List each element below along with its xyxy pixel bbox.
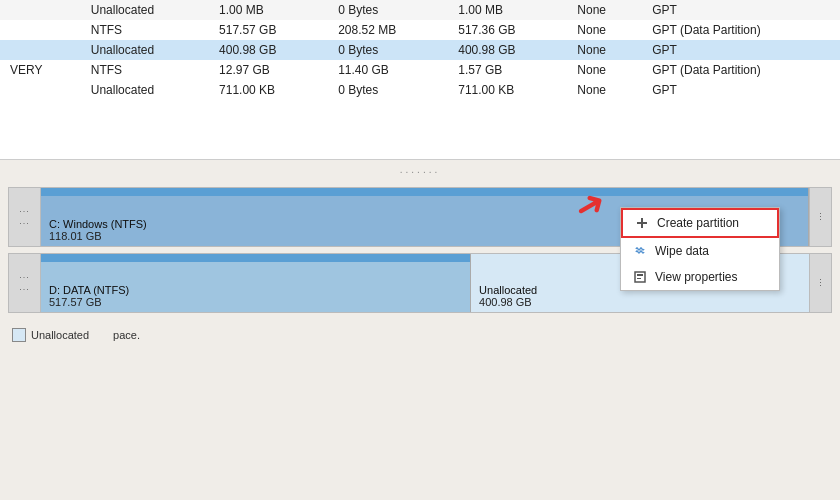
menu-label-2: View properties <box>655 270 738 284</box>
svg-rect-3 <box>637 274 643 276</box>
partition-d-bar <box>41 254 470 262</box>
context-menu-item-2[interactable]: View properties <box>621 264 779 290</box>
svg-rect-1 <box>637 222 647 224</box>
partition-unallocated-size: 400.98 GB <box>479 296 801 308</box>
handle-dots-right-2: ⋮ <box>816 278 826 288</box>
table-row[interactable]: VERYNTFS12.97 GB11.40 GB1.57 GBNoneGPT (… <box>0 60 840 80</box>
handle-dots-1b: ··· <box>19 218 30 228</box>
menu-icon-2 <box>633 270 647 284</box>
handle-dots-right-1: ⋮ <box>816 212 826 222</box>
menu-icon-0 <box>635 216 649 230</box>
handle-dots-2b: ··· <box>19 284 30 294</box>
svg-rect-2 <box>635 272 645 282</box>
context-menu: Create partitionWipe dataView properties <box>620 207 780 291</box>
disk-handle-right-2[interactable]: ⋮ <box>809 254 831 312</box>
context-menu-item-1[interactable]: Wipe data <box>621 238 779 264</box>
partition-c-bar <box>41 188 808 196</box>
partition-d[interactable]: D: DATA (NTFS) 517.57 GB <box>41 254 471 312</box>
menu-label-0: Create partition <box>657 216 739 230</box>
handle-dots-1: ··· <box>19 206 30 216</box>
table-row[interactable]: NTFS517.57 GB208.52 MB517.36 GBNoneGPT (… <box>0 20 840 40</box>
partition-d-label: D: DATA (NTFS) <box>49 284 462 296</box>
disk-visual-area: ··· ··· C: Windows (NTFS) 118.01 GB ⋮ ··… <box>0 179 840 321</box>
table-row[interactable]: Unallocated711.00 KB0 Bytes711.00 KBNone… <box>0 80 840 100</box>
footer-space-text: pace. <box>105 327 148 343</box>
partition-table: Unallocated1.00 MB0 Bytes1.00 MBNoneGPTN… <box>0 0 840 160</box>
table-row[interactable]: Unallocated1.00 MB0 Bytes1.00 MBNoneGPT <box>0 0 840 20</box>
menu-icon-1 <box>633 244 647 258</box>
partition-d-size: 517.57 GB <box>49 296 462 308</box>
legend-unallocated: Unallocated <box>12 328 89 342</box>
separator-dots: ....... <box>0 160 840 179</box>
legend-unallocated-label: Unallocated <box>31 329 89 341</box>
context-menu-item-0[interactable]: Create partition <box>621 208 779 238</box>
table-row[interactable]: Unallocated400.98 GB0 Bytes400.98 GBNone… <box>0 40 840 60</box>
menu-label-1: Wipe data <box>655 244 709 258</box>
legend-area: Unallocated pace. <box>0 321 840 349</box>
svg-rect-4 <box>637 278 641 279</box>
legend-box-unallocated <box>12 328 26 342</box>
handle-dots-2: ··· <box>19 272 30 282</box>
disk-handle-left-1[interactable]: ··· ··· <box>9 188 41 246</box>
disk-handle-left-2[interactable]: ··· ··· <box>9 254 41 312</box>
disk-handle-right-1[interactable]: ⋮ <box>809 188 831 246</box>
